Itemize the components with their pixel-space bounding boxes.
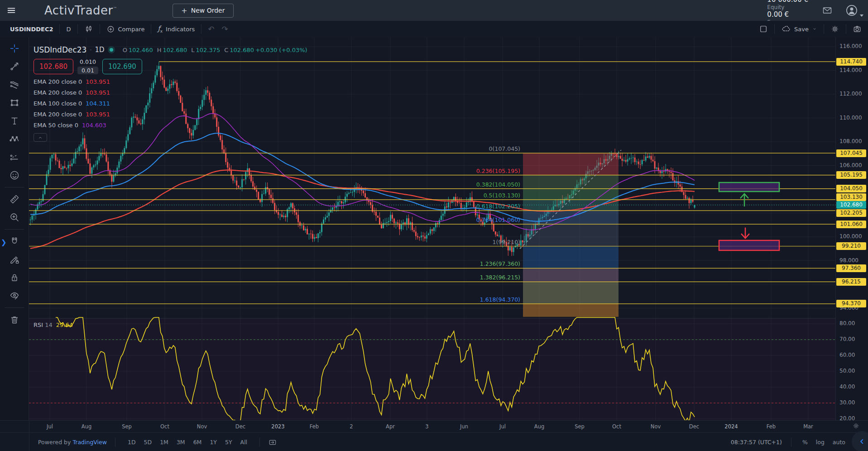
magnet-tool[interactable] xyxy=(4,233,25,250)
forecast-tool[interactable] xyxy=(4,149,25,166)
log-scale-button[interactable]: log xyxy=(814,438,826,446)
time-tick: Jul xyxy=(499,423,506,430)
collapse-legend-button[interactable] xyxy=(34,133,47,142)
chart-pane[interactable]: 0(107.045)0.236(105.195)0.382(104.050)0.… xyxy=(29,37,835,420)
sell-price-button[interactable]: 102.680 xyxy=(34,59,73,74)
market-status-indicator[interactable] xyxy=(108,46,115,53)
redo-button[interactable]: ↷ xyxy=(221,21,235,37)
chevron-up-icon xyxy=(37,134,43,141)
drawing-toolbar xyxy=(0,37,29,420)
messages-button[interactable] xyxy=(822,5,833,16)
interval-button[interactable]: D xyxy=(60,21,77,37)
level-price-label: 96.215 xyxy=(836,278,866,286)
range-5d-button[interactable]: 5D xyxy=(140,437,156,447)
range-3m-button[interactable]: 3M xyxy=(173,437,189,447)
level-price-label: 107.045 xyxy=(836,149,866,157)
chevron-down-icon xyxy=(860,14,863,17)
time-tick: Feb xyxy=(310,423,319,430)
auto-scale-button[interactable]: auto xyxy=(831,438,847,446)
smiley-icon xyxy=(9,170,20,181)
activtrader-app: ActivTrader™ +New Order 10 000.00 €Balan… xyxy=(0,0,868,451)
lock-all-drawings-tool[interactable] xyxy=(4,269,25,286)
undo-button[interactable]: ↶ xyxy=(201,21,221,37)
hide-drawings-tool[interactable] xyxy=(4,287,25,304)
fib-label: 0(107.045) xyxy=(489,145,520,152)
spread-indicator: 0.010 0.01 xyxy=(77,58,98,74)
object-tree-expand-chevron[interactable]: ❯ xyxy=(1,238,7,246)
level-price-label: 102.205 xyxy=(836,209,866,217)
range-1y-button[interactable]: 1Y xyxy=(206,437,221,447)
powered-by: Powered byTradingView xyxy=(38,439,107,446)
level-price-label: 103.130 xyxy=(836,193,866,201)
buy-target-zone[interactable] xyxy=(719,182,779,192)
price-tick: 116.000 xyxy=(839,43,862,49)
remove-drawings-tool[interactable] xyxy=(4,311,25,328)
time-tick: Jul xyxy=(47,423,53,430)
chevron-down-icon xyxy=(812,26,817,32)
axis-settings-button[interactable] xyxy=(852,422,860,430)
buy-price-button[interactable]: 102.690 xyxy=(102,59,142,74)
avatar-icon xyxy=(845,4,858,17)
time-tick: 2024 xyxy=(724,423,738,430)
price-axis[interactable]: 116.000114.000112.000110.000108.000106.0… xyxy=(835,37,868,420)
time-axis[interactable]: JulAugSepOctNovDec2023Feb2Apr3JunJulAugS… xyxy=(0,420,868,433)
price-tick: 100.000 xyxy=(839,233,862,240)
range-5y-button[interactable]: 5Y xyxy=(221,437,236,447)
eye-icon xyxy=(9,290,20,301)
gann-fibonacci-tool[interactable] xyxy=(4,76,25,93)
menu-button[interactable] xyxy=(6,5,16,15)
chart-toolbar: USDINDDEC2DCompareƒxIndicators↶↷ Save xyxy=(0,21,868,38)
level-price-label: 114.740 xyxy=(836,58,866,66)
drawing-lock-tool[interactable] xyxy=(4,251,25,268)
rsi-legend: RSI 1429.64 xyxy=(34,321,73,328)
app-logo: ActivTrader™ xyxy=(44,4,117,17)
fib-label: 1.236(97.360) xyxy=(480,260,520,267)
gear-icon xyxy=(830,24,839,34)
symbol-button[interactable]: USDINDDEC2 xyxy=(0,21,59,37)
emoji-tool[interactable] xyxy=(4,167,25,184)
trend-line-tool[interactable] xyxy=(4,58,25,75)
pencillock-icon xyxy=(9,254,20,265)
crosshair-tool[interactable] xyxy=(4,40,25,57)
envelope-icon xyxy=(822,5,833,16)
new-order-button[interactable]: +New Order xyxy=(173,4,233,18)
range-6m-button[interactable]: 6M xyxy=(189,437,206,447)
time-tick: Aug xyxy=(82,423,91,430)
time-tick: Oct xyxy=(612,423,621,430)
range-1d-button[interactable]: 1D xyxy=(124,437,140,447)
chart-settings-button[interactable] xyxy=(824,21,846,37)
price-tick: 108.000 xyxy=(839,138,862,144)
multichart-layout-button[interactable] xyxy=(753,21,774,37)
chart-style-button[interactable] xyxy=(78,21,100,37)
go-to-date-button[interactable] xyxy=(268,438,277,447)
measure-tool[interactable] xyxy=(4,191,25,208)
current-price-label: 102.680 xyxy=(836,201,866,209)
fib-label: 0.618(102.205) xyxy=(476,203,520,210)
xabcd-pattern-tool[interactable] xyxy=(4,130,25,148)
percent-scale-button[interactable]: % xyxy=(801,438,810,446)
account-menu-button[interactable] xyxy=(845,4,863,17)
shapes-tool[interactable] xyxy=(4,94,25,111)
tradingview-link[interactable]: TradingView xyxy=(72,439,107,446)
compare-button[interactable]: Compare xyxy=(100,21,151,37)
zoom-in-tool[interactable] xyxy=(4,209,25,226)
indicators-button[interactable]: ƒxIndicators xyxy=(151,21,201,37)
range-all-button[interactable]: All xyxy=(236,437,252,447)
fib-label: 0.382(104.050) xyxy=(476,181,520,188)
price-chart-canvas[interactable]: 0(107.045)0.236(105.195)0.382(104.050)0.… xyxy=(29,37,835,420)
layout-icon xyxy=(759,24,768,34)
sell-target-zone[interactable] xyxy=(719,240,779,250)
time-tick: 3 xyxy=(425,423,428,430)
price-tick: 112.000 xyxy=(839,91,862,97)
zoomin-icon xyxy=(9,212,20,223)
fib-label: 0.236(105.195) xyxy=(476,168,520,174)
fx-icon: ƒx xyxy=(158,24,163,34)
text-tool[interactable] xyxy=(4,112,25,130)
clock[interactable]: 08:37:57 (UTC+1) xyxy=(731,439,782,446)
range-1m-button[interactable]: 1M xyxy=(156,437,173,447)
save-layout-button[interactable]: Save xyxy=(775,21,824,37)
forecast-icon xyxy=(9,152,20,163)
rsi-tick: 60.00 xyxy=(839,352,855,358)
collapse-panel-button[interactable] xyxy=(852,431,868,451)
screenshot-button[interactable] xyxy=(846,21,868,37)
